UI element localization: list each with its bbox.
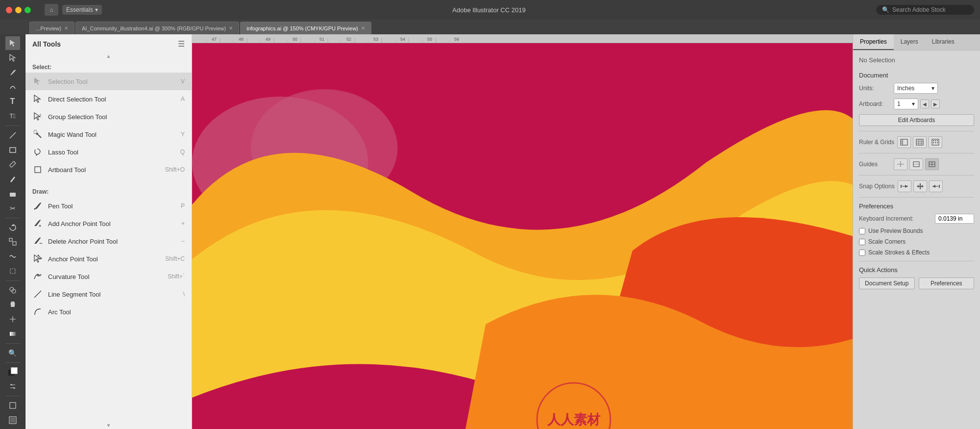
mesh-tool-btn[interactable] [5, 312, 20, 326]
touch-type-tool-btn[interactable]: T⃟ [5, 109, 20, 123]
paintbrush-tool-btn[interactable] [5, 157, 20, 171]
svg-rect-15 [11, 368, 17, 374]
gradient-tool-btn[interactable] [5, 327, 20, 341]
arc-tool-item[interactable]: Arc Tool [25, 303, 192, 321]
adobe-stock-search[interactable]: 🔍 Search Adobe Stock [876, 5, 974, 15]
group-selection-tool-item[interactable]: + Group Selection Tool [25, 108, 192, 126]
artboard-select[interactable]: 1 ▾ [894, 99, 918, 109]
add-anchor-tool-item[interactable]: + Add Anchor Point Tool + [25, 215, 192, 232]
tab-properties[interactable]: Properties [853, 34, 894, 50]
line-segment-tool-btn[interactable] [5, 128, 20, 142]
guide-icon-btn-2[interactable] [909, 158, 923, 170]
guide-icon-btn-1[interactable] [894, 158, 907, 170]
tab-preview[interactable]: ...Preview) ✕ [29, 22, 74, 34]
artboard-value: 1 [897, 101, 901, 107]
svg-text:49: 49 [266, 37, 270, 42]
line-segment-tool-item[interactable]: Line Segment Tool \ [25, 285, 192, 303]
scroll-down-arrow[interactable]: ▼ [25, 422, 192, 429]
svg-line-43 [34, 291, 41, 298]
units-select[interactable]: Inches ▾ [894, 83, 938, 94]
pencil-tool-btn[interactable] [5, 172, 20, 186]
home-button[interactable]: ⌂ [45, 4, 58, 16]
svg-text:55: 55 [427, 37, 432, 42]
snap-icon-btn-2[interactable] [913, 180, 927, 192]
selection-tool-btn[interactable] [5, 36, 20, 50]
tab-close-icon-2[interactable]: ✕ [229, 25, 233, 31]
snap-icon-btn-3[interactable] [929, 180, 943, 192]
svg-rect-93 [937, 140, 938, 141]
curvature-tool-item[interactable]: Curvature Tool Shift+` [25, 268, 192, 285]
workspace-selector[interactable]: Essentials ▾ [62, 5, 102, 15]
pen-tool-item[interactable]: Pen Tool P [25, 197, 192, 215]
quick-actions-header: Quick Actions [859, 266, 974, 274]
tab-close-icon[interactable]: ✕ [64, 25, 68, 31]
rectangle-tool-btn[interactable] [5, 143, 20, 157]
search-placeholder: Search Adobe Stock [892, 6, 946, 13]
minimize-button[interactable] [15, 7, 22, 13]
pen-tool-btn[interactable] [5, 66, 20, 79]
zoom-tool-btn[interactable]: 🔍 [5, 346, 20, 360]
free-transform-tool-btn[interactable] [5, 264, 20, 278]
right-panel-content: No Selection Document Units: Inches ▾ Ar… [853, 50, 980, 429]
snap-icon-btn-1[interactable] [898, 180, 911, 192]
document-setup-btn[interactable]: Document Setup [859, 278, 915, 289]
drawing-mode-btn[interactable] [5, 399, 20, 412]
snap-options-row: Snap Options [859, 180, 974, 192]
artboard-shortcut: Shift+O [165, 166, 185, 173]
tab-infographics[interactable]: infographics.ai @ 150% (CMYK/GPU Preview… [240, 22, 371, 34]
svg-rect-7 [13, 242, 16, 245]
type-tool-btn[interactable]: T [5, 95, 20, 108]
delete-anchor-tool-item[interactable]: − Delete Anchor Point Tool − [25, 232, 192, 250]
magic-wand-tool-item[interactable]: Magic Wand Tool Y [25, 126, 192, 143]
warp-tool-btn[interactable] [5, 250, 20, 263]
lasso-tool-icon [32, 147, 43, 157]
direct-selection-tool-btn[interactable] [5, 51, 20, 65]
panel-menu-icon[interactable]: ☰ [178, 39, 185, 49]
keyboard-increment-input[interactable] [935, 214, 974, 224]
pixel-grid-icon-btn[interactable] [929, 136, 942, 148]
tab-ai-community[interactable]: AI_Community_illustration4.ai @ 300% (RG… [75, 22, 239, 34]
use-preview-bounds-checkbox[interactable] [859, 228, 865, 234]
tools-scroll-area[interactable]: Select: Selection Tool V Direct Selectio… [25, 60, 192, 422]
scale-corners-checkbox[interactable] [859, 239, 865, 245]
eraser-tool-btn[interactable] [5, 187, 20, 201]
scissors-tool-btn[interactable]: ✂ [5, 202, 20, 215]
fullscreen-button[interactable] [24, 7, 31, 13]
artboard-prev-btn[interactable]: ◀ [920, 100, 929, 108]
selection-tool-item[interactable]: Selection Tool V [25, 73, 192, 90]
direct-selection-tool-item[interactable]: Direct Selection Tool A [25, 90, 192, 108]
paint-bucket-tool-btn[interactable] [5, 298, 20, 312]
grid-icon-btn[interactable] [913, 136, 927, 148]
scale-strokes-label: Scale Strokes & Effects [868, 249, 930, 256]
guide-icon-btn-3[interactable] [925, 158, 939, 170]
curvature-tool-btn[interactable] [5, 80, 20, 94]
rotate-tool-btn[interactable] [5, 221, 20, 234]
svg-line-29 [36, 130, 37, 131]
canvas-viewport[interactable]: 人人素材 [192, 43, 853, 429]
svg-rect-81 [901, 139, 907, 145]
svg-text:53: 53 [373, 37, 378, 42]
svg-line-30 [34, 133, 35, 134]
artwork-canvas: 人人素材 [192, 43, 853, 429]
edit-artboards-btn[interactable]: Edit Artboards [859, 114, 974, 126]
scroll-up-arrow[interactable]: ▲ [25, 52, 192, 60]
ruler-icon-btn[interactable] [897, 136, 911, 148]
tab-libraries[interactable]: Libraries [925, 34, 961, 50]
close-button[interactable] [6, 7, 12, 13]
tab-close-icon-3[interactable]: ✕ [361, 25, 365, 31]
scale-strokes-checkbox[interactable] [859, 250, 865, 256]
anchor-point-tool-item[interactable]: Anchor Point Tool Shift+C [25, 250, 192, 268]
lasso-tool-item[interactable]: Lasso Tool Q [25, 143, 192, 161]
shape-builder-tool-btn[interactable] [5, 283, 20, 297]
scale-strokes-row: Scale Strokes & Effects [859, 249, 974, 256]
artboard-next-btn[interactable]: ▶ [931, 100, 940, 108]
ruler-top: 47 48 49 50 51 52 53 54 55 56 [192, 34, 853, 43]
swap-fill-stroke-btn[interactable] [5, 379, 20, 393]
preferences-btn[interactable]: Preferences [919, 278, 975, 289]
scale-tool-btn[interactable] [5, 235, 20, 249]
change-screen-mode-btn[interactable] [5, 413, 20, 427]
direct-selection-tool-name: Direct Selection Tool [48, 96, 165, 103]
artboard-tool-item[interactable]: Artboard Tool Shift+O [25, 161, 192, 178]
color-fill-btn[interactable] [5, 365, 20, 379]
tab-layers[interactable]: Layers [894, 34, 925, 50]
